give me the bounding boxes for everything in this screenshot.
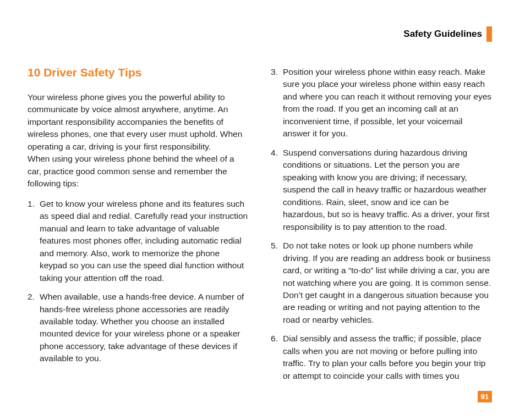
tip-item: Do not take notes or look up phone numbe… — [271, 240, 492, 326]
left-column: 10 Driver Safety Tips Your wireless phon… — [28, 66, 249, 389]
tips-list-part1: Get to know your wireless phone and its … — [28, 198, 249, 365]
intro-paragraph: Your wireless phone gives you the powerf… — [28, 91, 249, 190]
right-column: Position your wireless phone within easy… — [271, 66, 492, 389]
tip-item: When available, use a hands-free device.… — [28, 291, 249, 365]
tip-item: Dial sensibly and assess the traffic; if… — [271, 333, 492, 382]
tip-item: Get to know your wireless phone and its … — [28, 198, 249, 284]
page-number: 91 — [478, 391, 492, 402]
header-accent-bar — [486, 26, 492, 42]
section-title: 10 Driver Safety Tips — [28, 66, 249, 79]
tip-item: Suspend conversations during hazardous d… — [271, 147, 492, 233]
tip-item: Position your wireless phone within easy… — [271, 66, 492, 140]
page-header: Safety Guidelines — [403, 26, 492, 42]
header-title: Safety Guidelines — [403, 29, 482, 40]
tips-list-part2: Position your wireless phone within easy… — [271, 66, 492, 382]
content-area: 10 Driver Safety Tips Your wireless phon… — [28, 66, 492, 389]
